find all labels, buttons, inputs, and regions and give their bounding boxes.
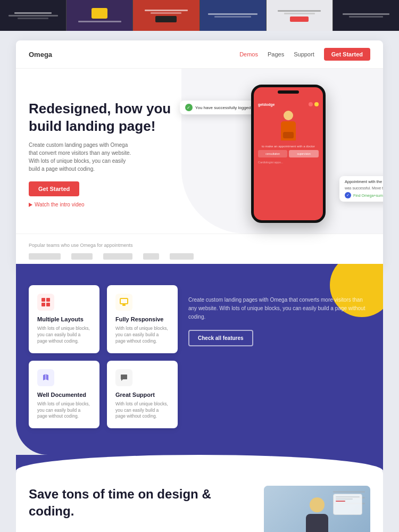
hero-right: ✓ You have successfully logged in getdod… [206, 85, 370, 223]
notif-success-icon: ✓ [185, 104, 193, 111]
documented-icon [41, 373, 51, 383]
responsive-icon [119, 297, 129, 307]
svg-rect-4 [120, 298, 128, 304]
hero-video-link[interactable]: Watch the intro video [29, 202, 196, 207]
phone-content: getdodge [254, 87, 323, 220]
feature-title-responsive: Fully Responsive [115, 316, 169, 322]
layouts-icon [41, 297, 51, 307]
check-all-button[interactable]: Check all features [188, 330, 253, 346]
phone-screen: getdodge [254, 87, 323, 220]
landing-card: Omega Demos Pages Support Get Started Re… [16, 40, 383, 268]
feature-desc-support: With lots of unique blocks, you can easi… [115, 401, 169, 420]
feature-card-documented: Well Documented With lots of unique bloc… [29, 361, 99, 429]
features-layout: Multiple Layouts With lots of unique blo… [29, 285, 370, 428]
bottom-image-inner [264, 486, 370, 532]
documented-icon-box [37, 369, 54, 386]
feature-desc-layouts: With lots of unique blocks, you can easi… [37, 326, 91, 345]
nav-logo: Omega [29, 51, 52, 59]
logo-5 [170, 253, 194, 260]
support-icon [119, 373, 129, 383]
main-wrapper: Omega Demos Pages Support Get Started Re… [0, 31, 399, 532]
svg-rect-5 [122, 304, 126, 306]
logo-4 [143, 253, 159, 260]
responsive-icon-box [115, 294, 132, 311]
logo-2 [71, 253, 93, 260]
svg-rect-0 [41, 298, 45, 302]
thumb-item-3[interactable] [133, 0, 200, 31]
top-notification-text: You have successfully logged in [195, 105, 255, 110]
bottom-title: Save tons of time on design & coding. [29, 486, 253, 519]
feature-title-support: Great Support [115, 392, 169, 398]
feature-card-support: Great Support With lots of unique blocks… [107, 361, 178, 429]
hero-section: Redesigned, how you build landing page! … [16, 69, 383, 234]
bottom-text-area: Save tons of time on design & coding. [29, 486, 253, 519]
top-notification: ✓ You have successfully logged in [180, 101, 261, 114]
appointment-label: Find Omega+summary [353, 194, 383, 197]
features-grid: Multiple Layouts With lots of unique blo… [29, 285, 178, 428]
notif-check-icon: ✓ [345, 192, 351, 198]
hero-description: Create custom landing pages with Omega t… [29, 141, 135, 173]
bottom-section: Save tons of time on design & coding. [16, 470, 383, 532]
wave-separator [16, 455, 383, 471]
features-section: Multiple Layouts With lots of unique blo… [16, 264, 383, 455]
nav-link-support[interactable]: Support [294, 51, 314, 57]
phone-btn-supervision: supervision [289, 150, 319, 157]
feature-desc-responsive: With lots of unique blocks, you can easi… [115, 326, 169, 345]
phone-mockup: getdodge [251, 85, 326, 223]
video-link-text: Watch the intro video [35, 202, 85, 207]
svg-rect-2 [41, 303, 45, 306]
feature-title-documented: Well Documented [37, 392, 91, 398]
phone-btn-consultation: consultation [258, 150, 288, 157]
nav-links: Demos Pages Support Get Started [239, 48, 370, 61]
thumbnail-strip [0, 0, 399, 31]
nav-link-pages[interactable]: Pages [268, 51, 284, 57]
phone-btn-row: consultation supervision [258, 150, 319, 157]
feature-title-layouts: Multiple Layouts [37, 316, 91, 322]
features-right-text: Create custom landing pages with Omega t… [188, 296, 370, 321]
feature-card-responsive: Fully Responsive With lots of unique blo… [107, 285, 178, 353]
thumb-item-4[interactable] [200, 0, 267, 31]
person-body [306, 514, 328, 532]
feature-desc-documented: With lots of unique blocks, you can easi… [37, 401, 91, 420]
logo-1 [29, 253, 61, 260]
phone-notch [278, 90, 299, 94]
thumb-item-1[interactable] [0, 0, 66, 31]
person-head [310, 497, 325, 512]
navbar: Omega Demos Pages Support Get Started [16, 40, 383, 69]
svg-rect-1 [46, 298, 50, 302]
person-figure [306, 497, 328, 532]
logos-row [29, 253, 370, 260]
features-right: Create custom landing pages with Omega t… [188, 285, 370, 346]
svg-rect-3 [46, 303, 50, 306]
hero-title: Redesigned, how you build landing page! [29, 100, 196, 135]
play-icon [29, 203, 32, 207]
logo-3 [103, 253, 132, 260]
logos-strip: Popular teams who use Omega for appointm… [16, 234, 383, 268]
screen-overlay [333, 494, 362, 515]
support-icon-box [115, 369, 132, 386]
notif-check: ✓ Find Omega+summary [345, 192, 383, 198]
bottom-image [264, 486, 370, 532]
thumb-item-6[interactable] [333, 0, 399, 31]
layouts-icon-box [37, 294, 54, 311]
nav-link-demos[interactable]: Demos [239, 51, 258, 57]
feature-card-layouts: Multiple Layouts With lots of unique blo… [29, 285, 99, 353]
hero-left: Redesigned, how you build landing page! … [29, 100, 206, 207]
hero-cta-button[interactable]: Get Started [29, 181, 79, 196]
thumb-item-2[interactable] [66, 0, 133, 31]
thumb-item-5[interactable] [267, 0, 333, 31]
nav-cta-button[interactable]: Get Started [324, 48, 370, 61]
bottom-notification: Appointment with the doctor was successf… [339, 176, 383, 202]
logos-label: Popular teams who use Omega for appointm… [29, 243, 370, 248]
